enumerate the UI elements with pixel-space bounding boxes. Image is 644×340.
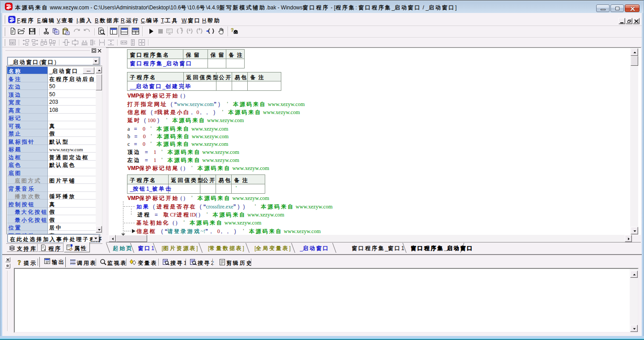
svg-text:?: ?	[231, 27, 234, 33]
svg-text:?: ?	[18, 259, 21, 266]
